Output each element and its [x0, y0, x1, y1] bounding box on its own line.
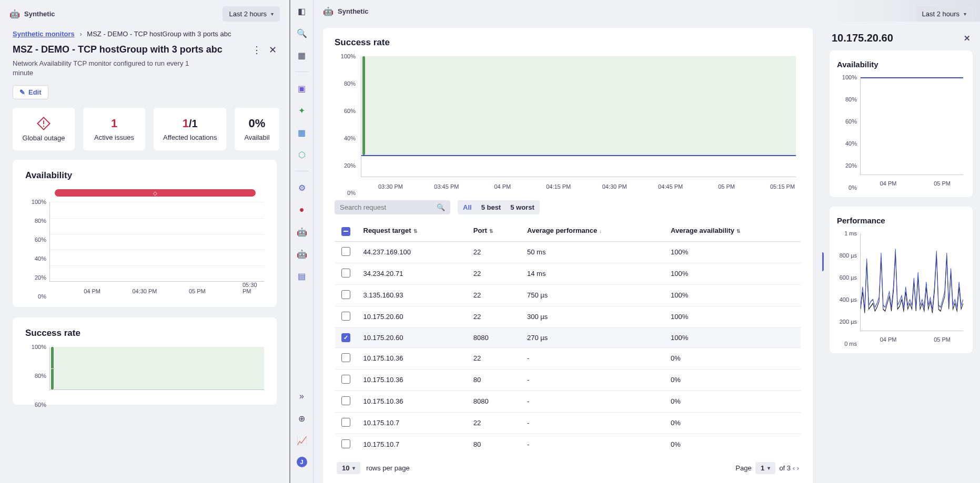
search-input[interactable] — [340, 203, 437, 211]
cell-avail: 100% — [664, 327, 801, 347]
table-row[interactable]: 3.135.160.9322750 µs100% — [335, 284, 801, 306]
table-row[interactable]: 10.175.10.368080-0% — [335, 390, 801, 412]
filter-worst[interactable]: 5 worst — [510, 203, 534, 211]
time-picker-left[interactable]: Last 2 hours ▾ — [223, 6, 280, 22]
next-page-button[interactable]: › — [797, 464, 799, 472]
robot-icon: 🤖 — [323, 6, 334, 16]
cell-target: 10.175.10.7 — [357, 412, 467, 434]
nav-rail: ◧ 🔍 ▦ ▣ ✦ ▦ ⬡ ⚙ ● 🤖 🤖 ▤ » ⊕ 📈 J — [290, 0, 314, 483]
globe-icon[interactable]: ⊕ — [296, 413, 308, 424]
outage-bar[interactable]: ◇ — [55, 189, 256, 197]
row-checkbox[interactable] — [341, 290, 350, 299]
row-checkbox[interactable] — [341, 375, 350, 384]
dashboards-icon[interactable]: ▤ — [296, 270, 308, 282]
stat-active-issues[interactable]: 1 Active issues — [83, 108, 145, 150]
stat-value: 0% — [249, 117, 266, 130]
close-detail-icon[interactable]: ✕ — [964, 34, 971, 43]
stat-affected-locations[interactable]: 1/1 Affected locations — [154, 108, 226, 150]
rows-per-page-select[interactable]: 10▾ — [337, 462, 360, 474]
success-rate-chart[interactable]: 100% 80% 60% 40% 20% 0% 03:30 PM 03:45 P… — [335, 56, 801, 193]
filter-best[interactable]: 5 best — [481, 203, 501, 211]
table-row[interactable]: 34.234.20.712214 ms100% — [335, 263, 801, 284]
breadcrumb-current: MSZ - DEMO - TCP hostGroup with 3 ports … — [87, 30, 231, 38]
table-row[interactable]: 10.175.20.6022300 µs100% — [335, 306, 801, 327]
search-icon[interactable]: 🔍 — [437, 203, 445, 211]
services-icon[interactable]: ✦ — [296, 105, 308, 116]
row-checkbox[interactable] — [341, 247, 350, 256]
page-select[interactable]: 1▾ — [755, 462, 775, 474]
logo-icon[interactable]: ◧ — [296, 5, 308, 17]
table-row[interactable]: ✓10.175.20.608080270 µs100% — [335, 327, 801, 347]
cell-port: 22 — [467, 284, 521, 306]
cell-perf: 270 µs — [521, 327, 664, 347]
cell-port: 80 — [467, 369, 521, 390]
cell-perf: - — [521, 434, 664, 455]
stat-label: Affected locations — [163, 133, 217, 141]
filter-all[interactable]: All — [463, 203, 472, 211]
col-avail[interactable]: Average availability⇅ — [664, 220, 801, 242]
breadcrumb-root[interactable]: Synthetic monitors — [13, 30, 75, 38]
col-port[interactable]: Port⇅ — [467, 220, 521, 242]
col-perf[interactable]: Average performance↓ — [521, 220, 664, 242]
stat-of: /1 — [189, 118, 198, 129]
prev-page-button[interactable]: ‹ — [793, 464, 795, 472]
right-performance-chart[interactable]: 1 ms 800 µs 600 µs 400 µs 200 µs 0 ms 04… — [837, 233, 965, 344]
apps-grid-icon[interactable]: ▦ — [296, 49, 308, 61]
robot-alt-icon[interactable]: 🤖 — [296, 248, 308, 260]
resize-handle[interactable] — [822, 252, 824, 271]
rows-label: rows per page — [366, 464, 409, 472]
row-checkbox[interactable] — [341, 353, 350, 362]
more-menu-icon[interactable]: ⋮ — [252, 44, 261, 56]
chevron-down-icon: ▾ — [964, 11, 966, 17]
expand-icon[interactable]: » — [296, 390, 308, 402]
cell-perf: 50 ms — [521, 241, 664, 263]
table-row[interactable]: 10.175.10.780-0% — [335, 434, 801, 455]
row-checkbox[interactable] — [341, 418, 350, 427]
app-name-center: Synthetic — [338, 7, 369, 15]
cell-port: 22 — [467, 241, 521, 263]
sort-icon: ⇅ — [736, 229, 741, 234]
close-icon[interactable]: ✕ — [269, 44, 277, 56]
row-checkbox[interactable] — [341, 439, 350, 448]
success-rate-chart-left[interactable]: ⠿ 📊 100% 80% 60% — [25, 347, 264, 405]
table-row[interactable]: 10.175.10.3622-0% — [335, 347, 801, 369]
cell-port: 80 — [467, 434, 521, 455]
cell-perf: 300 µs — [521, 306, 664, 327]
time-picker-right[interactable]: Last 2 hours ▾ — [915, 6, 973, 22]
availability-chart[interactable]: 100% 80% 60% 40% 20% 0% 04 PM 04:30 PM 0… — [25, 202, 264, 296]
synthetic-icon[interactable]: 🤖 — [296, 226, 308, 238]
hex-icon[interactable]: ⬡ — [296, 149, 308, 160]
user-avatar-icon[interactable]: J — [297, 457, 307, 467]
row-checkbox[interactable]: ✓ — [341, 333, 350, 342]
settings-icon[interactable]: ⚙ — [296, 182, 308, 193]
cell-avail: 0% — [664, 390, 801, 412]
row-checkbox[interactable] — [341, 269, 350, 278]
cell-avail: 100% — [664, 241, 801, 263]
select-all-checkbox[interactable] — [341, 227, 350, 236]
sort-icon: ⇅ — [489, 229, 493, 234]
cell-target: 10.175.20.60 — [357, 327, 467, 347]
table-row[interactable]: 10.175.10.722-0% — [335, 412, 801, 434]
table-row[interactable]: 10.175.10.3680-0% — [335, 369, 801, 390]
row-checkbox[interactable] — [341, 396, 350, 405]
problems-icon[interactable]: ● — [296, 204, 308, 215]
page-label: Page — [735, 464, 751, 472]
edit-button[interactable]: ✎ Edit — [13, 85, 48, 99]
stat-global-outage[interactable]: Global outage — [13, 108, 75, 150]
stat-availability[interactable]: 0% Availabil — [235, 108, 279, 150]
table-row[interactable]: 44.237.169.1002250 ms100% — [335, 241, 801, 263]
reports-icon[interactable]: 📈 — [296, 435, 308, 446]
right-availability-chart[interactable]: 100% 80% 60% 40% 20% 0% 04 PM 05 PM — [837, 77, 965, 188]
cube-icon[interactable]: ▣ — [296, 83, 308, 94]
outage-bar-icon: ◇ — [153, 190, 157, 196]
row-checkbox[interactable] — [341, 312, 350, 321]
cell-target: 10.175.10.36 — [357, 390, 467, 412]
stat-value: 1 — [183, 117, 189, 130]
search-icon[interactable]: 🔍 — [296, 27, 308, 39]
breadcrumb: Synthetic monitors › MSZ - DEMO - TCP ho… — [0, 28, 289, 39]
col-target[interactable]: Request target⇅ — [357, 220, 467, 242]
cell-target: 34.234.20.71 — [357, 263, 467, 284]
stat-label: Availabil — [244, 133, 269, 141]
grid-icon[interactable]: ▦ — [296, 127, 308, 138]
cell-perf: - — [521, 347, 664, 369]
